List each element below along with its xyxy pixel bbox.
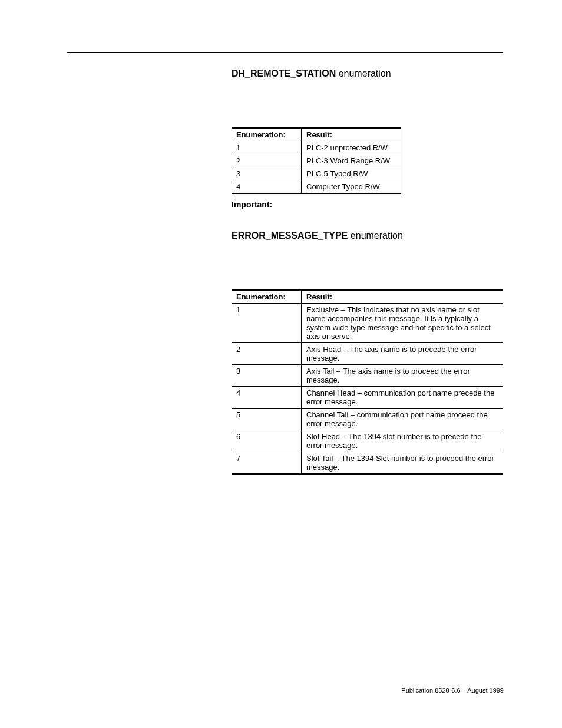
- cell-result: PLC-2 unprotected R/W: [302, 141, 401, 154]
- section2-heading: ERROR_MESSAGE_TYPE enumeration: [232, 230, 503, 241]
- table-row: 5 Channel Tail – communication port name…: [232, 409, 503, 430]
- table-row: 4 Channel Head – communication port name…: [232, 387, 503, 409]
- table-row: 3 Axis Tail – The axis name is to procee…: [232, 365, 503, 387]
- cell-enum: 2: [232, 154, 302, 167]
- col-enumeration: Enumeration:: [232, 290, 302, 304]
- section1-title-bold: DH_REMOTE_STATION: [232, 68, 336, 78]
- section1-heading: DH_REMOTE_STATION enumeration: [232, 68, 503, 79]
- col-result: Result:: [302, 290, 503, 304]
- cell-enum: 5: [232, 409, 302, 430]
- cell-enum: 1: [232, 304, 302, 343]
- cell-enum: 7: [232, 452, 302, 475]
- cell-result: PLC-3 Word Range R/W: [302, 154, 401, 167]
- error-message-type-table: Enumeration: Result: 1 Exclusive – This …: [232, 289, 503, 475]
- footer-publication: Publication 8520-6.6 – August 1999: [401, 687, 504, 694]
- table-row: 3 PLC-5 Typed R/W: [232, 167, 401, 180]
- important-label: Important:: [232, 200, 503, 209]
- table-row: 2 Axis Head – The axis name is to preced…: [232, 343, 503, 365]
- cell-enum: 4: [232, 387, 302, 409]
- cell-result: Slot Head – The 1394 slot number is to p…: [302, 430, 503, 452]
- cell-result: PLC-5 Typed R/W: [302, 167, 401, 180]
- table-row: 7 Slot Tail – The 1394 Slot number is to…: [232, 452, 503, 475]
- content-column: DH_REMOTE_STATION enumeration Enumeratio…: [232, 68, 503, 475]
- enumeration-word-1: enumeration: [339, 68, 391, 78]
- cell-enum: 3: [232, 365, 302, 387]
- table-row: 4 Computer Typed R/W: [232, 180, 401, 194]
- table-row: 1 Exclusive – This indicates that no axi…: [232, 304, 503, 343]
- table-header-row: Enumeration: Result:: [232, 128, 401, 141]
- cell-result: Channel Tail – communication port name p…: [302, 409, 503, 430]
- dh-remote-station-table: Enumeration: Result: 1 PLC-2 unprotected…: [232, 127, 401, 194]
- cell-result: Slot Tail – The 1394 Slot number is to p…: [302, 452, 503, 475]
- spacer: [232, 218, 503, 230]
- cell-enum: 6: [232, 430, 302, 452]
- cell-result: Channel Head – communication port name p…: [302, 387, 503, 409]
- cell-enum: 3: [232, 167, 302, 180]
- cell-enum: 4: [232, 180, 302, 194]
- cell-enum: 1: [232, 141, 302, 154]
- cell-result: Axis Head – The axis name is to precede …: [302, 343, 503, 365]
- cell-result: Computer Typed R/W: [302, 180, 401, 194]
- spacer: [232, 245, 503, 289]
- spacer: [232, 83, 503, 127]
- table-row: 2 PLC-3 Word Range R/W: [232, 154, 401, 167]
- section2-title-bold: ERROR_MESSAGE_TYPE: [232, 230, 348, 241]
- cell-result: Exclusive – This indicates that no axis …: [302, 304, 503, 343]
- enumeration-word-2: enumeration: [351, 230, 403, 241]
- page: DH_REMOTE_STATION enumeration Enumeratio…: [0, 0, 562, 728]
- header-rule: [67, 52, 503, 53]
- table-header-row: Enumeration: Result:: [232, 290, 503, 304]
- table-row: 6 Slot Head – The 1394 slot number is to…: [232, 430, 503, 452]
- table-row: 1 PLC-2 unprotected R/W: [232, 141, 401, 154]
- cell-result: Axis Tail – The axis name is to proceed …: [302, 365, 503, 387]
- cell-enum: 2: [232, 343, 302, 365]
- col-result: Result:: [302, 128, 401, 141]
- col-enumeration: Enumeration:: [232, 128, 302, 141]
